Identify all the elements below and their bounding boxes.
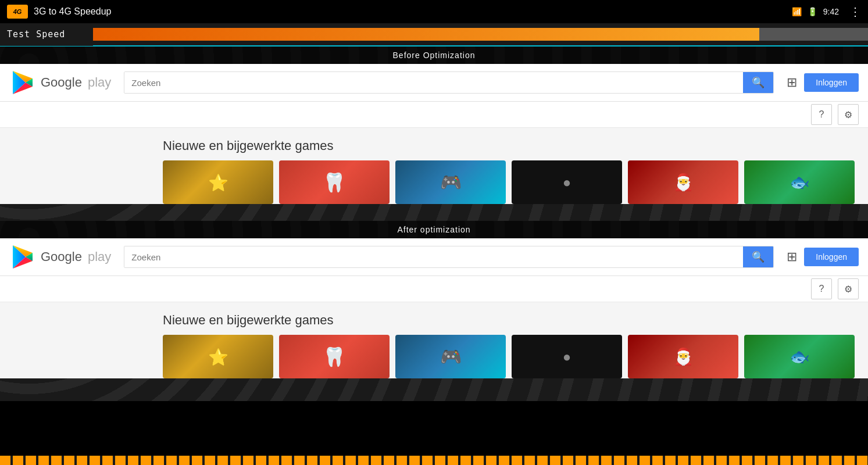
before-settings-button[interactable]: ⚙ [838, 104, 859, 125]
before-play-header: Google play 🔍 ⊞ Inloggen [0, 64, 868, 102]
after-play-logo-icon [9, 243, 37, 271]
after-section: After optimization Google play 🔍 ⊞ I [0, 221, 868, 401]
after-game-card-3[interactable]: 🎮 [395, 335, 506, 378]
before-games-row: ⭐ 🦷 🎮 ● 🎅 🐟 [163, 160, 868, 204]
app-icon-4g: 4G [7, 5, 28, 19]
after-game-1-star: ⭐ [208, 347, 228, 366]
after-game-card-5[interactable]: 🎅 [628, 335, 738, 378]
after-play-header: Google play 🔍 ⊞ Inloggen [0, 238, 868, 276]
before-search-input[interactable] [124, 72, 743, 93]
after-games-row: ⭐ 🦷 🎮 ● 🎅 🐟 [163, 335, 868, 378]
after-help-button[interactable]: ? [811, 278, 832, 299]
before-game-card-3[interactable]: 🎮 [395, 160, 506, 204]
wifi-icon: 📶 [792, 7, 802, 16]
after-google-text: Google [41, 249, 82, 264]
after-search-button[interactable]: 🔍 [743, 246, 773, 267]
after-game-card-1[interactable]: ⭐ [163, 335, 273, 378]
before-help-button[interactable]: ? [811, 104, 832, 125]
status-bar-left: 4G 3G to 4G Speedup [7, 5, 111, 19]
before-search-bar[interactable]: 🔍 [124, 71, 774, 94]
before-game-card-2[interactable]: 🦷 [279, 160, 390, 204]
clock: 9:42 [823, 7, 839, 16]
before-game-card-4[interactable]: ● [512, 160, 622, 204]
before-google-text: Google [41, 75, 82, 90]
test-speed-label: Test Speed [0, 23, 93, 46]
bottom-stripe [0, 456, 868, 465]
status-bar: 4G 3G to 4G Speedup 📶 🔋 9:42 ⋮ [0, 0, 868, 23]
after-label: After optimization [0, 221, 868, 238]
after-search-bar[interactable]: 🔍 [124, 246, 774, 268]
before-games-title: Nieuwe en bijgewerkte games [163, 138, 868, 153]
after-game-card-4[interactable]: ● [512, 335, 622, 378]
before-game-1-star: ⭐ [208, 173, 228, 192]
after-games-title: Nieuwe en bijgewerkte games [163, 313, 868, 328]
before-games-section: Nieuwe en bijgewerkte games ⭐ 🦷 🎮 ● 🎅 [0, 128, 868, 204]
before-google-play-logo: Google play [9, 69, 111, 96]
after-game-card-6[interactable]: 🐟 [744, 335, 855, 378]
after-settings-button[interactable]: ⚙ [838, 278, 859, 299]
after-play-subheader: ? ⚙ [0, 276, 868, 302]
before-game-card-6[interactable]: 🐟 [744, 160, 855, 204]
progress-area: Test Speed [0, 23, 868, 46]
after-grid-icon[interactable]: ⊞ [787, 249, 797, 264]
before-play-text: play [88, 75, 111, 90]
before-play-logo-icon [9, 69, 37, 96]
before-game-card-5[interactable]: 🎅 [628, 160, 738, 204]
battery-icon: 🔋 [808, 7, 817, 16]
app-title: 3G to 4G Speedup [34, 6, 111, 17]
before-section: Before Optimization [0, 46, 868, 221]
after-play-panel: Google play 🔍 ⊞ Inloggen ? ⚙ Nieuwe en b… [0, 238, 868, 378]
progress-bar-fill [93, 28, 759, 41]
before-login-button[interactable]: Inloggen [804, 73, 859, 92]
before-grid-icon[interactable]: ⊞ [787, 75, 797, 90]
after-header-right: ⊞ Inloggen [787, 248, 859, 266]
after-search-input[interactable] [124, 246, 743, 267]
status-bar-right: 📶 🔋 9:42 ⋮ [792, 5, 861, 19]
after-play-text: play [88, 249, 111, 264]
before-play-subheader: ? ⚙ [0, 102, 868, 128]
after-games-section: Nieuwe en bijgewerkte games ⭐ 🦷 🎮 ● 🎅 [0, 302, 868, 378]
before-play-panel: Google play 🔍 ⊞ Inloggen ? ⚙ Nieuwe en b… [0, 64, 868, 204]
after-google-play-logo: Google play [9, 243, 111, 271]
progress-bar-container [93, 28, 868, 41]
after-login-button[interactable]: Inloggen [804, 248, 859, 266]
before-label: Before Optimization [0, 46, 868, 64]
before-search-button[interactable]: 🔍 [743, 72, 773, 93]
overflow-menu-icon[interactable]: ⋮ [849, 5, 861, 19]
before-game-card-1[interactable]: ⭐ [163, 160, 273, 204]
before-header-right: ⊞ Inloggen [787, 73, 859, 92]
after-game-card-2[interactable]: 🦷 [279, 335, 390, 378]
